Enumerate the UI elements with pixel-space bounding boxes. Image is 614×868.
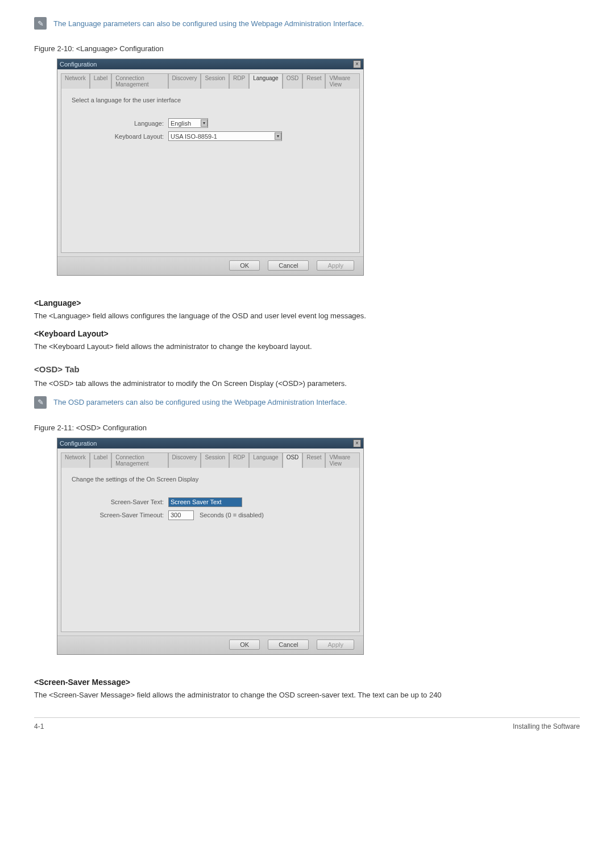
apply-button[interactable]: Apply [317,639,354,650]
close-icon[interactable]: × [353,60,361,68]
screensaver-timeout-label: Screen-Saver Timeout: [72,512,168,518]
dialog-titlebar: Configuration × [57,438,363,448]
tab-intro: Select a language for the user interface [72,97,349,103]
tab-reset[interactable]: Reset [302,73,325,89]
apply-button[interactable]: Apply [317,260,354,271]
tab-language[interactable]: Language [249,452,283,468]
note-text: The OSD parameters can also be configure… [53,398,347,406]
tab-discovery[interactable]: Discovery [168,452,201,468]
figure-2-10-caption: Figure 2-10: <Language> Configuration [34,44,580,53]
screensaver-text-value: Screen Saver Text [171,499,222,505]
configuration-dialog-language: Configuration × Network Label Connection… [57,59,364,276]
note-icon: ✎ [34,17,47,30]
language-value: English [171,120,191,127]
keyboard-label: Keyboard Layout: [72,133,168,140]
language-select[interactable]: English ▾ [168,118,208,128]
screensaver-text-input[interactable]: Screen Saver Text [168,497,242,507]
tab-label[interactable]: Label [90,452,111,468]
ok-button[interactable]: OK [229,260,260,271]
dialog-button-row: OK Cancel Apply [57,636,363,654]
heading-osd-tab: <OSD> Tab [34,364,580,374]
screensaver-timeout-value: 300 [171,512,181,518]
paragraph-language: The <Language> field allows configures t… [34,311,580,321]
paragraph-keyboard-layout: The <Keyboard Layout> field allows the a… [34,342,580,352]
cancel-button[interactable]: Cancel [268,639,309,650]
chevron-down-icon: ▾ [201,119,208,127]
screensaver-text-label: Screen-Saver Text: [72,499,168,505]
tab-label[interactable]: Label [90,73,111,89]
heading-keyboard-layout: <Keyboard Layout> [34,329,580,338]
heading-language: <Language> [34,298,580,308]
close-icon[interactable]: × [353,439,361,447]
form-row-screensaver-timeout: Screen-Saver Timeout: 300 Seconds (0 = d… [72,510,349,520]
heading-screensaver-message: <Screen-Saver Message> [34,678,580,687]
footer-section-title: Installing the Software [513,722,580,730]
form-row-screensaver-text: Screen-Saver Text: Screen Saver Text [72,497,349,507]
tab-connection-management[interactable]: Connection Management [111,452,168,468]
note-language: ✎ The Language parameters can also be co… [34,17,580,30]
chevron-down-icon: ▾ [275,132,281,140]
tab-vmware-view[interactable]: VMware View [325,73,360,89]
cancel-button[interactable]: Cancel [268,260,309,271]
keyboard-select[interactable]: USA ISO-8859-1 ▾ [168,131,282,141]
ok-button[interactable]: OK [229,639,260,650]
tab-network[interactable]: Network [61,73,90,89]
tab-rdp[interactable]: RDP [229,73,249,89]
screensaver-timeout-note: Seconds (0 = disabled) [200,512,264,518]
page-footer: 4-1 Installing the Software [34,717,580,730]
tab-session[interactable]: Session [201,73,229,89]
language-label: Language: [72,120,168,127]
screensaver-timeout-input[interactable]: 300 [168,510,194,520]
paragraph-screensaver-message: The <Screen-Saver Message> field allows … [34,690,580,700]
keyboard-value: USA ISO-8859-1 [171,133,217,140]
tab-language[interactable]: Language [249,73,283,89]
tab-body: Select a language for the user interface… [61,88,360,253]
tab-osd[interactable]: OSD [283,73,303,89]
tab-discovery[interactable]: Discovery [168,73,201,89]
tab-reset[interactable]: Reset [302,452,325,468]
dialog-title: Configuration [60,440,97,447]
tab-strip: Network Label Connection Management Disc… [57,448,363,467]
note-icon: ✎ [34,396,47,409]
tab-session[interactable]: Session [201,452,229,468]
tab-vmware-view[interactable]: VMware View [325,452,360,468]
tab-body: Change the settings of the On Screen Dis… [61,467,360,632]
figure-2-11-caption: Figure 2-11: <OSD> Configuration [34,423,580,432]
tab-rdp[interactable]: RDP [229,452,249,468]
configuration-dialog-osd: Configuration × Network Label Connection… [57,438,364,655]
note-text: The Language parameters can also be conf… [53,19,364,28]
paragraph-osd-tab: The <OSD> tab allows the administrator t… [34,379,580,389]
dialog-button-row: OK Cancel Apply [57,256,363,275]
form-row-keyboard: Keyboard Layout: USA ISO-8859-1 ▾ [72,131,349,141]
tab-connection-management[interactable]: Connection Management [111,73,168,89]
tab-osd[interactable]: OSD [283,452,303,468]
tab-intro: Change the settings of the On Screen Dis… [72,476,349,483]
tab-strip: Network Label Connection Management Disc… [57,69,363,88]
note-osd: ✎ The OSD parameters can also be configu… [34,396,580,409]
form-row-language: Language: English ▾ [72,118,349,128]
dialog-title: Configuration [60,61,97,68]
tab-network[interactable]: Network [61,452,90,468]
footer-page-number: 4-1 [34,722,44,730]
dialog-titlebar: Configuration × [57,59,363,69]
